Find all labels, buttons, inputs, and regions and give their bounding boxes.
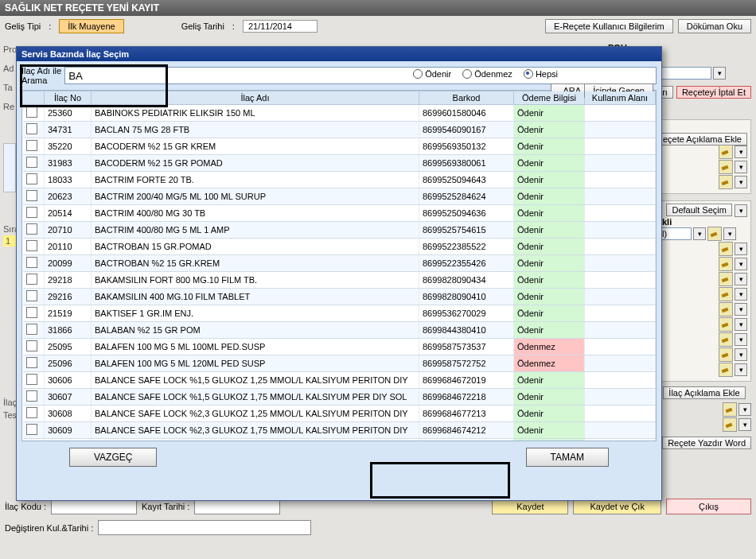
table-row[interactable]: 21519BAKTISEF 1 GR.IM ENJ.8699536270029Ö… <box>23 305 656 322</box>
pencil-icon[interactable] <box>723 417 737 432</box>
dokuman-oku-button[interactable]: Döküman Oku <box>678 19 751 33</box>
table-row[interactable]: 20514BACTRIM 400/80 MG 30 TB869952509463… <box>23 205 656 222</box>
table-row[interactable]: 30607BALANCE SAFE LOCK %1,5 GLUKOZ 1,75 … <box>23 389 656 406</box>
pencil-icon[interactable] <box>719 257 733 271</box>
radio-odenmez[interactable]: Ödenmez <box>462 69 512 79</box>
pencil-icon[interactable] <box>719 272 733 286</box>
table-row[interactable]: 29216BAKAMSILIN 400 MG.10 FILM TABLET869… <box>23 289 656 305</box>
table-row[interactable]: 30609BALANCE SAFE LOCK %2,3 GLUKOZ 1,75 … <box>23 422 656 439</box>
degistiren-label: Değiştiren Kul.&Tarihi : <box>5 523 93 533</box>
dropdown-icon[interactable]: ▾ <box>735 176 747 188</box>
pencil-icon[interactable] <box>719 317 733 332</box>
receteyi-iptal-button[interactable]: Reçeteyi İptal Et <box>676 86 751 99</box>
cell-ilacadi: BACTRIM 400/80 MG 30 TB <box>92 205 419 222</box>
dropdown-icon[interactable]: ▾ <box>735 348 747 361</box>
dropdown-icon[interactable]: ▾ <box>735 288 747 301</box>
row-checkbox[interactable] <box>26 173 37 184</box>
row-checkbox[interactable] <box>26 107 37 118</box>
dropdown-icon[interactable]: ▾ <box>738 418 751 431</box>
pencil-icon[interactable] <box>719 175 733 189</box>
gelis-tarihi-value[interactable]: 21/11/2014 <box>243 20 318 33</box>
row-checkbox[interactable] <box>26 157 37 168</box>
table-row[interactable]: 20710BACTRIM 400/80 MG 5 ML 1 AMP8699525… <box>23 222 656 239</box>
dropdown-icon[interactable]: ▾ <box>735 273 747 285</box>
table-row[interactable]: 31866BALABAN %2 15 GR POM8699844380410Öd… <box>23 322 656 339</box>
row-checkbox[interactable] <box>26 123 37 134</box>
pencil-icon[interactable] <box>719 363 733 377</box>
col-barkod[interactable]: Barkod <box>419 91 514 105</box>
row-checkbox[interactable] <box>26 240 37 251</box>
dropdown-icon[interactable]: ▾ <box>735 333 747 346</box>
row-checkbox[interactable] <box>26 324 37 335</box>
row-checkbox[interactable] <box>26 223 37 235</box>
pencil-icon[interactable] <box>723 402 737 417</box>
pencil-icon[interactable] <box>719 242 733 256</box>
recete-yazdir-word-button[interactable]: Reçete Yazdır Word <box>662 437 751 449</box>
dropdown-icon[interactable]: ▾ <box>735 303 747 316</box>
table-row[interactable]: 29218BAKAMSILIN FORT 800 MG.10 FILM TB.8… <box>23 272 656 289</box>
pencil-icon[interactable] <box>719 347 733 362</box>
table-row[interactable]: 25095BALAFEN 100 MG 5 ML 100ML PED.SUSP8… <box>23 339 656 355</box>
dropdown-icon[interactable]: ▾ <box>735 258 747 270</box>
row-checkbox[interactable] <box>26 207 37 218</box>
table-row[interactable]: 25096BALAFEN 100 MG 5 ML 120ML PED SUSP8… <box>23 355 656 372</box>
default-secim-button[interactable]: Default Seçim <box>666 204 731 216</box>
ilk-muayene-button[interactable]: İlk Muayene <box>59 19 123 33</box>
table-row[interactable]: 31983BACODERM %2 15 GR POMAD869956938006… <box>23 155 656 172</box>
row-checkbox[interactable] <box>26 374 37 385</box>
recete-aciklama-ekle-button[interactable]: Reçete Açıklama Ekle <box>651 133 747 146</box>
dropdown-icon[interactable]: ▾ <box>735 146 747 158</box>
row-checkbox[interactable] <box>26 407 37 418</box>
dropdown-icon[interactable]: ▾ <box>735 204 747 217</box>
row-checkbox[interactable] <box>26 357 37 368</box>
dropdown-icon[interactable]: ▾ <box>735 318 747 331</box>
ilac-list[interactable]: İlaç No İlaç Adı Barkod Ödeme Bilgisi Ku… <box>21 90 657 441</box>
ilac-aciklama-ekle-button[interactable]: İlaç Açıklama Ekle <box>663 386 745 399</box>
radio-odenir[interactable]: Ödenir <box>413 69 451 79</box>
kaydet-button[interactable]: Kaydet <box>492 499 568 514</box>
pencil-icon[interactable] <box>719 332 733 347</box>
table-row[interactable]: 30606BALANCE SAFE LOCK %1,5 GLUKOZ 1,25 … <box>23 372 656 389</box>
table-row[interactable]: 20623BACTRIM 200/40 MG/5 ML 100 ML SURUP… <box>23 188 656 205</box>
row-checkbox[interactable] <box>26 140 37 151</box>
table-row[interactable]: 30608BALANCE SAFE LOCK %2,3 GLUKOZ 1,25 … <box>23 406 656 422</box>
dropdown-icon[interactable]: ▾ <box>735 243 747 255</box>
dropdown-icon[interactable]: ▾ <box>738 403 751 416</box>
dropdown-icon[interactable]: ▾ <box>735 363 747 376</box>
pencil-icon[interactable] <box>719 287 733 301</box>
pencil-icon[interactable] <box>719 302 733 316</box>
cikis-button[interactable]: Çıkış <box>666 499 751 514</box>
row-checkbox[interactable] <box>26 307 37 318</box>
radio-hepsi[interactable]: Hepsi <box>524 69 558 79</box>
erecete-bilgilerim-button[interactable]: E-Reçete Kullanıcı Bilgilerim <box>545 19 673 33</box>
vazgec-button[interactable]: VAZGEÇ <box>69 448 157 467</box>
kaydet-cik-button[interactable]: Kaydet ve Çık <box>573 499 661 514</box>
cell-odeme: Ödenir <box>514 289 585 305</box>
bottom-bar: İlaç Kodu : Kayıt Tarihi : Kaydet Kaydet… <box>5 499 751 514</box>
row-checkbox[interactable] <box>26 390 37 402</box>
dropdown-icon[interactable]: ▾ <box>723 227 736 240</box>
table-row[interactable]: 18033BACTRIM FORTE 20 TB.8699525094643Öd… <box>23 172 656 188</box>
kayit-tarihi-input[interactable] <box>194 499 280 514</box>
degistiren-input[interactable] <box>98 520 311 535</box>
dropdown-icon[interactable]: ▾ <box>713 67 726 80</box>
col-odeme[interactable]: Ödeme Bilgisi <box>514 91 585 105</box>
ilac-kodu-input[interactable] <box>51 499 137 514</box>
row-checkbox[interactable] <box>26 190 37 201</box>
table-row[interactable]: 20110BACTROBAN 15 GR.POMAD8699522385522Ö… <box>23 239 656 255</box>
table-row[interactable]: 35220BACODERM %2 15 GR KREM8699569350132… <box>23 138 656 155</box>
row-checkbox[interactable] <box>26 290 37 301</box>
tamam-button[interactable]: TAMAM <box>526 448 609 467</box>
row-checkbox[interactable] <box>26 424 37 435</box>
dropdown-icon[interactable]: ▾ <box>693 227 706 240</box>
row-checkbox[interactable] <box>26 274 37 285</box>
dropdown-icon[interactable]: ▾ <box>735 161 747 173</box>
row-checkbox[interactable] <box>26 340 37 351</box>
row-checkbox[interactable] <box>26 257 37 268</box>
table-row[interactable]: 34731BACLAN 75 MG 28 FTB8699546090167Öde… <box>23 122 656 138</box>
pencil-icon[interactable] <box>707 227 722 241</box>
pencil-icon[interactable] <box>719 160 733 174</box>
col-kullanim[interactable]: Kullanım Alanı <box>585 91 656 105</box>
pencil-icon[interactable] <box>719 145 733 159</box>
table-row[interactable]: 20099BACTROBAN %2 15 GR.KREM869952235542… <box>23 255 656 272</box>
